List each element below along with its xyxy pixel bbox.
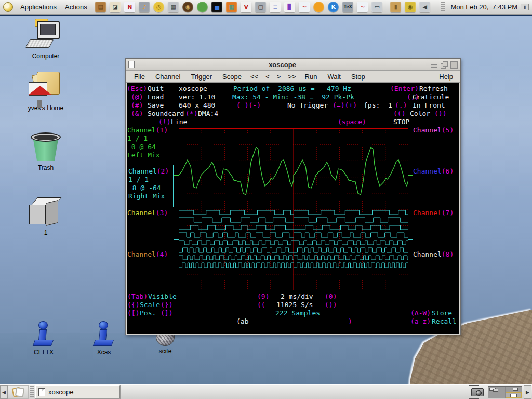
cd-burner-icon[interactable]: ◎	[153, 1, 165, 14]
plot-icon[interactable]: ~	[298, 1, 311, 14]
menu-wait[interactable]: Wait	[322, 72, 346, 82]
dragon-icon[interactable]	[196, 1, 209, 14]
channel1-offset: 0 @ 64	[127, 143, 156, 151]
calculator-icon[interactable]: ▦	[167, 1, 180, 14]
screenshot-applet[interactable]	[469, 385, 486, 399]
recall-key-hint: (a-z)	[410, 317, 431, 325]
channel1-position-marker	[174, 175, 179, 176]
channel3-label[interactable]: Channel(3)	[127, 209, 168, 217]
vnc-icon[interactable]: V	[240, 1, 252, 14]
star-key-hint: (*)	[185, 110, 197, 117]
menu-file[interactable]: File	[129, 72, 150, 82]
desktop: Applications Actions ▤◪N♪◎▦◉▅▦V▢≡▊~KTeX~…	[0, 0, 532, 399]
desktop-icon-home[interactable]: yves's Home	[17, 71, 74, 112]
menu-help[interactable]: Help	[435, 72, 457, 82]
menu-channel[interactable]: Channel	[150, 72, 185, 82]
channel2-bit-trace-2	[179, 218, 294, 222]
display-icon[interactable]: ▢	[255, 1, 267, 14]
applications-menu[interactable]: Applications	[16, 1, 61, 13]
volume-icon[interactable]: ◀	[419, 1, 431, 14]
bracket-left-key: ([)	[127, 309, 139, 317]
workspace-2[interactable]	[506, 387, 522, 392]
dma-readout: DMA:4	[198, 110, 218, 117]
channel4-label[interactable]: Channel(4)	[127, 250, 168, 258]
plot2-icon[interactable]: ~	[356, 1, 369, 14]
desktop-icon-label: scite	[137, 348, 194, 355]
workspace-1[interactable]	[488, 387, 505, 392]
resolution-label: 640 x 480	[179, 101, 215, 109]
file-manager-icon[interactable]: ◪	[109, 1, 122, 14]
scanner-icon[interactable]: ▭	[371, 1, 383, 14]
menu-trigger[interactable]: Trigger	[185, 72, 217, 82]
hide-panel-right-button[interactable]: ▶	[524, 385, 531, 399]
chart-document-icon[interactable]: ▊	[284, 1, 296, 14]
rate-left-key: ((	[257, 301, 265, 309]
scope-display[interactable]: (Esc) Quit xoscope Period of 2086 us = 4…	[127, 83, 459, 334]
line-input-label: Line	[171, 118, 187, 126]
color-left-key: (()	[393, 110, 405, 117]
scale-label: Scale	[140, 301, 160, 309]
emblem-coin-icon[interactable]: ◉	[182, 1, 194, 14]
workspace-4-active[interactable]	[506, 392, 522, 398]
graticule-label: Graticule	[413, 93, 449, 101]
panel-launchers: ▤◪N♪◎▦◉▅▦V▢≡▊~KTeX~▭▮◉◀	[94, 1, 432, 14]
stop-status: STOP	[393, 118, 409, 126]
applet-handle[interactable]	[441, 2, 445, 12]
system-monitor-icon[interactable]: ▅	[211, 1, 223, 14]
fps-readout: fps: 1	[364, 101, 392, 109]
minimize-button[interactable]	[430, 61, 438, 68]
hide-panel-left-button[interactable]: ◀	[0, 385, 8, 399]
browser-icon[interactable]: N	[124, 1, 136, 14]
channel5-label[interactable]: Channel(5)	[413, 126, 454, 134]
desktop-icon-label: yves's Home	[17, 104, 74, 112]
menu-run[interactable]: Run	[300, 72, 323, 82]
nine-key-hint: (9)	[257, 292, 269, 300]
file-cabinet-icon[interactable]: ▤	[95, 1, 107, 14]
maximize-button[interactable]	[440, 61, 448, 68]
channel1-label[interactable]: Channel(1)	[127, 126, 168, 134]
channel2-source: Right Mix	[128, 192, 165, 200]
channel7-label[interactable]: Channel(7)	[413, 209, 454, 217]
channel1-source: Left Mix	[127, 151, 160, 159]
bottom-taskbar: ◀ xoscope ▶	[0, 384, 532, 399]
titlebar[interactable]: xoscope	[126, 59, 460, 71]
window-doc-icon	[38, 388, 45, 396]
workspace-3[interactable]	[488, 392, 505, 398]
tray-applet-icon[interactable]: ▮	[521, 4, 529, 10]
desktop-icon-trash[interactable]: Trash	[17, 131, 74, 171]
tex-icon[interactable]: TeX	[342, 1, 354, 14]
menu-scope[interactable]: Scope	[217, 72, 247, 82]
at-key-hint: (@)	[131, 93, 143, 101]
actions-menu[interactable]: Actions	[61, 1, 91, 13]
channel6-label[interactable]: Channel(6)	[413, 167, 454, 175]
task-button-xoscope[interactable]: xoscope	[35, 385, 120, 398]
media-player-icon[interactable]: ♪	[138, 1, 151, 14]
workspace-switcher[interactable]	[488, 386, 522, 398]
trash-icon	[29, 131, 63, 163]
tasklist-handle[interactable]	[30, 386, 34, 398]
channel2-bit-trace-1	[179, 210, 294, 215]
kde-edu-icon[interactable]: K	[327, 1, 340, 14]
distro-logo-icon[interactable]	[3, 2, 13, 12]
menu-forward[interactable]: >>	[284, 72, 299, 82]
show-desktop-button[interactable]	[8, 385, 29, 399]
word-processor-icon[interactable]: ≡	[269, 1, 282, 14]
window-menu-icon[interactable]	[128, 61, 135, 68]
menu-rewind[interactable]: <<	[247, 72, 262, 82]
desktop-grid-icon[interactable]: ▦	[225, 1, 238, 14]
channel8-label[interactable]: Channel(8)	[413, 250, 454, 258]
logout-door-icon[interactable]: ▮	[390, 1, 402, 14]
desktop-icon-package[interactable]: 1	[17, 196, 74, 236]
pos-label: Pos.	[140, 309, 156, 317]
menu-back[interactable]: <	[262, 72, 273, 82]
desktop-icon-xcas[interactable]: Xcas	[75, 321, 132, 356]
fish-icon[interactable]	[313, 1, 325, 14]
close-button[interactable]	[450, 61, 458, 68]
menu-stop[interactable]: Stop	[346, 72, 370, 82]
lock-icon[interactable]: ◉	[404, 1, 417, 14]
clock-applet[interactable]: Mon Feb 20, 7:43 PM	[447, 3, 521, 11]
desktop-icon-computer[interactable]: Computer	[17, 19, 74, 60]
desktop-icon-celtx[interactable]: CELTX	[15, 321, 72, 356]
menu-next[interactable]: >	[273, 72, 285, 82]
channel2-label[interactable]: Channel(2)	[128, 167, 169, 175]
